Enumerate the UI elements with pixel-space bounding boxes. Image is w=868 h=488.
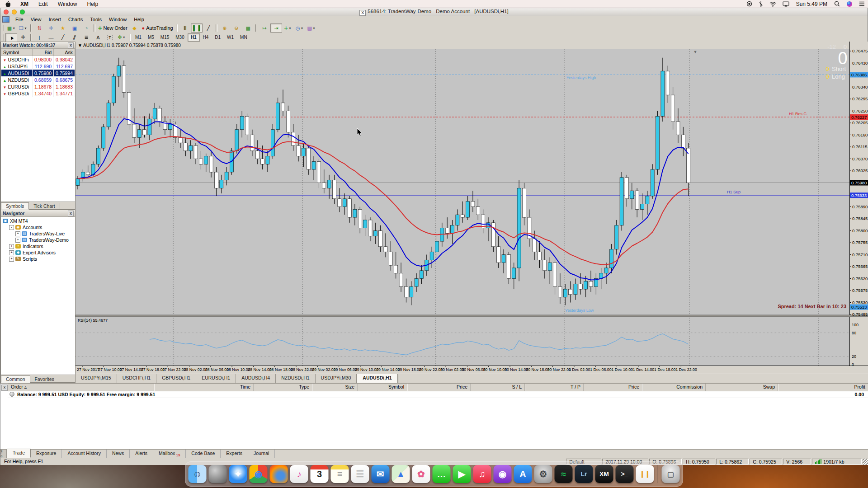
dock-gray-sphere-icon[interactable] xyxy=(209,465,227,483)
data-window-button[interactable]: ✛ xyxy=(45,23,57,33)
terminal-tab-mailbox[interactable]: Mailbox 19 xyxy=(153,450,186,458)
dock-terminal-app-icon[interactable]: >_ xyxy=(616,465,634,483)
dock-lightroom-icon[interactable]: Lr xyxy=(575,465,593,483)
dock-mail-icon[interactable]: ✉ xyxy=(372,465,390,483)
dock-notes-icon[interactable]: ≡ xyxy=(331,465,349,483)
terminal-col-price[interactable]: Price xyxy=(584,384,642,391)
terminal-tab-experts[interactable]: Experts xyxy=(221,450,248,458)
tab-favorites[interactable]: Favorites xyxy=(30,376,59,382)
zoom-out-button[interactable]: ⊖ xyxy=(231,23,242,33)
resize-grip[interactable] xyxy=(863,459,868,465)
text-label-tool-button[interactable]: T xyxy=(104,33,116,42)
dock-trash-icon[interactable]: ▢ xyxy=(662,465,680,483)
terminal-col-time[interactable]: Time xyxy=(154,384,254,391)
menubar-clock[interactable]: Sun 5:49 PM xyxy=(793,1,831,7)
navigator-item-tradersway-live[interactable]: +▤TradersWay-Live xyxy=(1,230,75,237)
mt4-menu-file[interactable]: File xyxy=(12,16,27,23)
navigator-header[interactable]: Navigator x xyxy=(1,210,75,217)
market-watch-col-bid[interactable]: Bid xyxy=(33,49,54,56)
terminal-col-profit[interactable]: Profit xyxy=(778,384,868,391)
mt4-menu-charts[interactable]: Charts xyxy=(65,16,86,23)
terminal-tab-account-history[interactable]: Account History xyxy=(62,450,107,458)
dock-calendar-icon[interactable]: 3 xyxy=(311,465,329,483)
terminal-tab-trade[interactable]: Trade xyxy=(7,449,31,458)
navigator-item-indicators[interactable]: +fIndicators xyxy=(1,243,75,249)
chart-tab-audusdi-h1[interactable]: AUDUSDi,H1 xyxy=(357,374,397,383)
expand-icon[interactable]: + xyxy=(9,257,14,262)
dock-chrome-icon[interactable]: ◉ xyxy=(250,465,268,483)
terminal-col-type[interactable]: Type xyxy=(254,384,312,391)
expand-icon[interactable]: + xyxy=(9,250,14,255)
dock-app-store-icon[interactable]: A xyxy=(514,465,532,483)
templates-button[interactable]: ▤▼ xyxy=(306,23,317,33)
market-watch-row-gbpusdi[interactable]: ▼GBPUSDi1.347401.34771 xyxy=(1,90,75,97)
autotrading-button[interactable]: ●AutoTrading xyxy=(141,23,175,33)
wifi-icon[interactable] xyxy=(766,1,779,7)
terminal-tab-code-base[interactable]: Code Base xyxy=(186,450,221,458)
terminal-button[interactable]: ▣ xyxy=(69,23,80,33)
terminal-col-swap[interactable]: Swap xyxy=(706,384,778,391)
mt4-menu-insert[interactable]: Insert xyxy=(45,16,65,23)
timeframe-mn-button[interactable]: MN xyxy=(237,33,250,42)
bar-chart-button[interactable]: ǀǀǀ xyxy=(179,23,191,33)
terminal-col-commission[interactable]: Commission xyxy=(642,384,706,391)
dock-podcasts-icon[interactable]: ◉ xyxy=(494,465,512,483)
navigator-item-tradersway-demo[interactable]: +▤TradersWay-Demo xyxy=(1,237,75,243)
dock-media-note-icon[interactable]: ♪ xyxy=(290,465,308,483)
siri-icon[interactable] xyxy=(843,1,856,7)
market-watch-col-symbol[interactable]: Symbol xyxy=(1,49,33,56)
fibonacci-tool-button[interactable]: ≣ xyxy=(80,33,92,42)
dock-xm-mt4-icon[interactable]: XM xyxy=(595,465,613,483)
dock-safari-icon[interactable]: ✦ xyxy=(229,465,247,483)
market-watch-button[interactable]: ⇅ xyxy=(33,23,45,33)
market-watch-row-nzdusdi[interactable]: ▲NZDUSDi0.686590.68675 xyxy=(1,76,75,83)
terminal-col-price[interactable]: Price xyxy=(407,384,471,391)
dock-firefox-icon[interactable] xyxy=(270,465,288,483)
cursor-tool-button[interactable]: ▲ xyxy=(5,33,17,42)
navigator-item-expert-advisors[interactable]: +◆Expert Advisors xyxy=(1,249,75,256)
airplay-display-icon[interactable] xyxy=(779,1,793,7)
terminal-tab-alerts[interactable]: Alerts xyxy=(130,450,153,458)
chart-tab-usdjpyi-m15[interactable]: USDJPYi,M15 xyxy=(75,374,117,383)
chart-tab-audusdi-h4[interactable]: AUDUSDi,H4 xyxy=(236,374,276,383)
vertical-line-tool-button[interactable]: | xyxy=(33,33,45,42)
chart-tab-eurusdi-h1[interactable]: EURUSDi,H1 xyxy=(196,374,236,383)
dock-music-icon[interactable]: ♫ xyxy=(473,465,491,483)
apple-menu-icon[interactable] xyxy=(0,1,15,7)
toolbar-grip[interactable] xyxy=(2,34,4,41)
auto-scroll-button[interactable]: ↦ xyxy=(259,23,270,33)
dock-maps-icon[interactable]: ▲ xyxy=(392,465,410,483)
timeframe-m5-button[interactable]: M5 xyxy=(145,33,157,42)
chart-tab-gbpusdi-h1[interactable]: GBPUSDi,H1 xyxy=(156,374,196,383)
mt4-menu-help[interactable]: Help xyxy=(130,16,148,23)
new-order-button[interactable]: 🞤New Order xyxy=(97,23,129,33)
collapse-icon[interactable]: - xyxy=(9,225,14,230)
timeframe-d1-button[interactable]: D1 xyxy=(212,33,224,42)
toolbar-grip[interactable] xyxy=(2,25,4,31)
timeframe-m1-button[interactable]: M1 xyxy=(132,33,145,42)
chart-canvas[interactable]: ▼ AUDUSDi,H1 0.75907 0.75994 0.75878 0.7… xyxy=(75,42,868,374)
dock-finder-icon[interactable]: ☺ xyxy=(189,465,207,483)
timeframe-h4-button[interactable]: H4 xyxy=(200,33,212,42)
market-watch-header[interactable]: Market Watch: 00:49:37 x xyxy=(1,42,75,49)
new-chart-button[interactable]: ▦▼ xyxy=(5,23,17,33)
terminal-col-size[interactable]: Size xyxy=(312,384,358,391)
dock-reminders-icon[interactable]: ☰ xyxy=(351,465,369,483)
navigator-item-xm-mt4[interactable]: ▣XM MT4 xyxy=(1,218,75,224)
timeframe-w1-button[interactable]: W1 xyxy=(224,33,237,42)
market-watch-row-usdjpyi[interactable]: ▲USDJPYi112.690112.697 xyxy=(1,63,75,70)
tile-windows-button[interactable]: ▦ xyxy=(242,23,254,33)
active-app-name[interactable]: XM xyxy=(15,1,33,7)
profiles-button[interactable]: ❏▼ xyxy=(17,23,29,33)
dock-system-preferences-icon[interactable]: ⚙ xyxy=(534,465,552,483)
crosshair-tool-button[interactable]: ✛ xyxy=(17,33,29,42)
market-watch-row-usdchfi[interactable]: ▼USDCHFi0.980000.98042 xyxy=(1,56,75,63)
expand-icon[interactable]: + xyxy=(9,244,14,249)
candlestick-chart-button[interactable]: ▌▐ xyxy=(191,23,203,33)
terminal-tab-news[interactable]: News xyxy=(107,450,130,458)
terminal-col-t-p[interactable]: T / P xyxy=(525,384,584,391)
terminal-col-symbol[interactable]: Symbol xyxy=(358,384,407,391)
chart-shift-button[interactable]: ⇥ xyxy=(270,23,282,33)
menubar-item-edit[interactable]: Edit xyxy=(33,1,53,7)
menubar-item-help[interactable]: Help xyxy=(82,1,103,7)
